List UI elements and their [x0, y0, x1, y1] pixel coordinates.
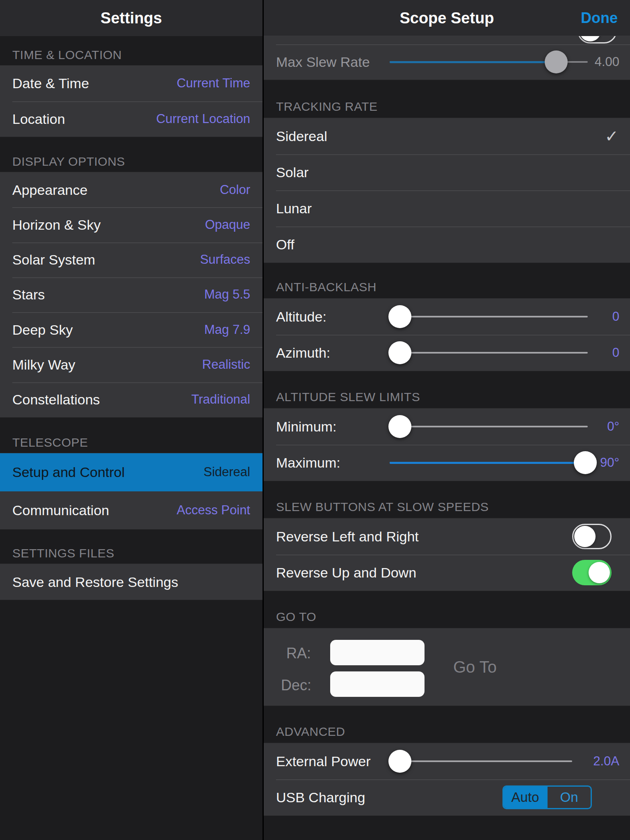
row-value: Surfaces	[200, 252, 250, 267]
altitude-value: 0	[566, 309, 619, 324]
dec-label: Dec:	[281, 677, 311, 694]
row-value: Current Location	[156, 112, 250, 126]
row-azimuth-backlash: Azimuth: 0	[264, 335, 630, 371]
group-slew-buttons: Reverse Left and Right Reverse Up and Do…	[264, 518, 630, 591]
group-advanced: External Power 2.0A USB Charging Auto On	[264, 743, 630, 815]
usb-charging-segmented-control: Auto On	[502, 785, 592, 809]
option-sidereal[interactable]: Sidereal ✓	[264, 118, 630, 154]
usb-charging-label: USB Charging	[276, 790, 365, 806]
ra-label: RA:	[286, 645, 311, 662]
row-date-time[interactable]: Date & Time Current Time	[0, 66, 262, 101]
section-header-go-to: GO TO	[276, 610, 316, 623]
done-button[interactable]: Done	[581, 0, 618, 36]
group-anti-backlash: Altitude: 0 Azimuth: 0	[264, 299, 630, 371]
scope-setup-title: Scope Setup	[264, 0, 630, 36]
row-value: Traditional	[191, 392, 250, 407]
toggle-knob	[574, 526, 596, 547]
azimuth-value: 0	[566, 345, 619, 360]
row-reverse-up-down: Reverse Up and Down	[264, 555, 630, 591]
minimum-slider-knob[interactable]	[388, 415, 411, 438]
group-time-location: Date & Time Current Time Location Curren…	[0, 66, 262, 137]
row-value: Current Time	[177, 76, 250, 91]
row-label: Solar System	[12, 252, 95, 268]
ra-input[interactable]	[330, 640, 425, 665]
row-stars[interactable]: Stars Mag 5.5	[0, 277, 262, 312]
section-header-time-location: TIME & LOCATION	[12, 48, 122, 62]
group-go-to: RA: Dec: Go To	[264, 628, 630, 705]
row-milky-way[interactable]: Milky Way Realistic	[0, 347, 262, 382]
section-header-anti-backlash: ANTI-BACKLASH	[276, 281, 377, 294]
scope-setup-titlebar: Scope Setup Done	[264, 0, 630, 36]
row-label: Stars	[12, 287, 45, 303]
row-label: Constellations	[12, 392, 100, 408]
settings-panel: Settings TIME & LOCATION Date & Time Cur…	[0, 0, 264, 840]
reverse-up-down-label: Reverse Up and Down	[276, 565, 416, 581]
go-to-button[interactable]: Go To	[453, 658, 497, 676]
row-altitude-backlash: Altitude: 0	[264, 299, 630, 335]
row-label: Milky Way	[12, 357, 75, 373]
option-label: Lunar	[276, 201, 312, 217]
segment-auto[interactable]: Auto	[504, 787, 547, 808]
option-off[interactable]: Off	[264, 226, 630, 262]
max-slew-rate-label: Max Slew Rate	[276, 54, 370, 70]
row-communication[interactable]: Communication Access Point	[0, 491, 262, 530]
segment-on[interactable]: On	[547, 787, 591, 808]
azimuth-slider-knob[interactable]	[388, 341, 411, 364]
external-power-slider-knob[interactable]	[388, 750, 411, 773]
row-save-restore-settings[interactable]: Save and Restore Settings	[0, 564, 262, 600]
reverse-left-right-label: Reverse Left and Right	[276, 529, 419, 545]
azimuth-slider-track[interactable]	[390, 352, 588, 354]
section-header-slew-buttons: SLEW BUTTONS AT SLOW SPEEDS	[276, 500, 489, 514]
row-constellations[interactable]: Constellations Traditional	[0, 382, 262, 417]
option-lunar[interactable]: Lunar	[264, 190, 630, 226]
option-label: Sidereal	[276, 128, 327, 144]
external-power-slider-track[interactable]	[390, 760, 572, 762]
minimum-slider-track[interactable]	[390, 426, 588, 427]
row-deep-sky[interactable]: Deep Sky Mag 7.9	[0, 312, 262, 347]
row-value: Mag 7.9	[204, 322, 250, 337]
section-header-display-options: DISPLAY OPTIONS	[12, 155, 125, 168]
maximum-label: Maximum:	[276, 455, 340, 471]
altitude-slider-track[interactable]	[390, 316, 588, 317]
row-label: Deep Sky	[12, 322, 73, 338]
section-header-settings-files: SETTINGS FILES	[12, 547, 114, 560]
group-settings-files: Save and Restore Settings	[0, 564, 262, 600]
row-usb-charging: USB Charging Auto On	[264, 779, 630, 815]
row-value: Color	[220, 183, 250, 197]
row-location[interactable]: Location Current Location	[0, 101, 262, 137]
group-altitude-slew-limits: Minimum: 0° Maximum: 90°	[264, 409, 630, 481]
section-header-tracking-rate: TRACKING RATE	[276, 100, 378, 113]
row-label: Appearance	[12, 182, 87, 198]
row-label: Save and Restore Settings	[12, 574, 178, 590]
external-power-value: 2.0A	[566, 754, 619, 769]
max-slew-slider-fill	[390, 61, 546, 63]
row-partial-scrolled	[264, 36, 630, 44]
maximum-slider-fill	[390, 462, 576, 464]
row-value: Access Point	[177, 503, 250, 518]
row-appearance[interactable]: Appearance Color	[0, 172, 262, 207]
section-header-altitude-slew-limits: ALTITUDE SLEW LIMITS	[276, 390, 420, 404]
row-label: Communication	[12, 502, 109, 518]
row-horizon-sky[interactable]: Horizon & Sky Opaque	[0, 207, 262, 242]
row-value: Realistic	[202, 357, 250, 372]
maximum-value: 90°	[566, 455, 619, 470]
settings-title: Settings	[0, 0, 262, 36]
dec-input[interactable]	[330, 671, 425, 697]
row-maximum-limit: Maximum: 90°	[264, 445, 630, 481]
reverse-left-right-toggle[interactable]	[572, 524, 612, 549]
altitude-slider-knob[interactable]	[388, 305, 411, 328]
option-label: Solar	[276, 164, 308, 180]
reverse-up-down-toggle[interactable]	[572, 560, 612, 585]
minimum-label: Minimum:	[276, 419, 336, 435]
partial-toggle[interactable]	[578, 36, 617, 43]
max-slew-slider-knob[interactable]	[545, 50, 568, 73]
max-slew-rate-value: 4.00	[566, 55, 619, 69]
toggle-knob	[580, 36, 601, 41]
row-reverse-left-right: Reverse Left and Right	[264, 518, 630, 555]
option-label: Off	[276, 237, 294, 253]
option-solar[interactable]: Solar	[264, 154, 630, 190]
azimuth-label: Azimuth:	[276, 345, 330, 361]
row-solar-system[interactable]: Solar System Surfaces	[0, 242, 262, 277]
group-display-options: Appearance Color Horizon & Sky Opaque So…	[0, 172, 262, 417]
row-setup-and-control-selected[interactable]: Setup and Control Sidereal	[0, 453, 262, 491]
